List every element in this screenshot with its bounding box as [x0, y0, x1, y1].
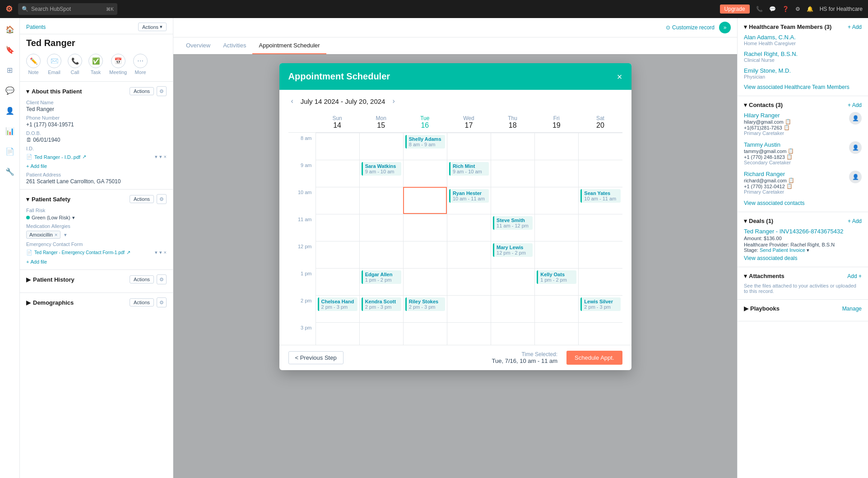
add-emergency-file-button[interactable]: + Add file — [26, 259, 47, 265]
demographics-settings-icon[interactable]: ⚙ — [157, 297, 167, 307]
allergy-remove-icon[interactable]: × — [55, 232, 57, 237]
cal-cell-wed-9am[interactable]: Rich Mint 9 am - 10 am — [447, 160, 491, 187]
cal-cell-tue-1pm[interactable] — [403, 268, 447, 295]
about-actions-button[interactable]: Actions — [130, 87, 154, 95]
add-file-button[interactable]: + Add file — [26, 163, 47, 169]
history-settings-icon[interactable]: ⚙ — [157, 274, 167, 284]
meeting-action[interactable]: 📅 Meeting — [109, 54, 127, 75]
cal-cell-tue-8am[interactable]: Shelly Adams 8 am - 9 am — [403, 133, 447, 160]
deals-add-button[interactable]: + Add — [848, 218, 862, 224]
cal-cell-fri-11am[interactable] — [534, 214, 578, 241]
cal-cell-thu-1pm[interactable] — [491, 268, 534, 295]
healthcare-team-add-button[interactable]: + Add — [848, 24, 862, 30]
history-actions-button[interactable]: Actions — [130, 275, 154, 283]
event-rich-mint[interactable]: Rich Mint 9 am - 10 am — [449, 162, 489, 176]
file-close-icon[interactable]: × — [164, 154, 167, 160]
event-ryan-hester[interactable]: Ryan Hester 10 am - 11 am — [449, 189, 489, 203]
safety-actions-button[interactable]: Actions — [130, 195, 154, 203]
cal-cell-fri-8am[interactable] — [534, 133, 578, 160]
cal-cell-mon-10am[interactable] — [359, 187, 403, 214]
event-shelly-adams[interactable]: Shelly Adams 8 am - 9 am — [405, 135, 445, 149]
note-action[interactable]: ✏️ Note — [26, 54, 41, 75]
prev-step-button[interactable]: < Previous Step — [288, 351, 343, 364]
cal-cell-tue-10am[interactable] — [403, 187, 447, 214]
cal-cell-fri-10am[interactable] — [534, 187, 578, 214]
tab-activities[interactable]: Activities — [217, 37, 252, 54]
cal-cell-sat-3pm[interactable] — [578, 322, 622, 345]
cal-cell-tue-9am[interactable] — [403, 160, 447, 187]
notifications-icon[interactable]: 🔔 — [807, 6, 813, 12]
event-riley-stokes[interactable]: Riley Stokes 2 pm - 3 pm — [405, 297, 445, 311]
cal-cell-sun-1pm[interactable] — [316, 268, 359, 295]
event-sean-yates[interactable]: Sean Yates 10 am - 11 am — [580, 189, 620, 203]
doc-icon[interactable]: 📄 — [4, 145, 16, 158]
cal-next-button[interactable]: › — [390, 96, 397, 106]
cal-cell-sat-9am[interactable] — [578, 160, 622, 187]
cal-cell-fri-2pm[interactable] — [534, 295, 578, 322]
cal-cell-tue-11am[interactable] — [403, 214, 447, 241]
event-steve-smith[interactable]: Steve Smith 11 am - 12 pm — [493, 216, 533, 230]
cal-cell-thu-2pm[interactable] — [491, 295, 534, 322]
call-action[interactable]: 📞 Call — [68, 54, 82, 75]
cal-cell-sun-3pm[interactable] — [316, 322, 359, 345]
cal-cell-wed-10am[interactable]: Ryan Hester 10 am - 11 am — [447, 187, 491, 214]
cal-cell-sun-8am[interactable] — [316, 133, 359, 160]
task-action[interactable]: ✅ Task — [88, 54, 103, 75]
cal-cell-wed-8am[interactable] — [447, 133, 491, 160]
help-icon[interactable]: ❓ — [782, 6, 789, 12]
tab-appointment-scheduler[interactable]: Appointment Scheduler — [252, 37, 326, 54]
cal-cell-wed-3pm[interactable] — [447, 322, 491, 345]
event-lewis-silver[interactable]: Lewis Silver 2 pm - 3 pm — [580, 297, 620, 311]
view-contacts-link[interactable]: View associated contacts — [744, 200, 862, 206]
file-expand-icon[interactable]: ▾ — [155, 154, 158, 160]
patient-history-title[interactable]: ▶ Patient History — [26, 276, 74, 283]
cal-cell-thu-11am[interactable]: Steve Smith 11 am - 12 pm — [491, 214, 534, 241]
settings-icon[interactable]: ⚙ — [795, 6, 800, 12]
cal-cell-sun-2pm[interactable]: Chelsea Hand 2 pm - 3 pm — [316, 295, 359, 322]
allergy-dropdown-icon[interactable]: ▾ — [64, 232, 67, 237]
cal-cell-thu-10am[interactable] — [491, 187, 534, 214]
cal-cell-wed-2pm[interactable] — [447, 295, 491, 322]
safety-settings-icon[interactable]: ⚙ — [157, 194, 167, 204]
demographics-actions-button[interactable]: Actions — [130, 298, 154, 306]
emerg-close-icon[interactable]: × — [164, 250, 167, 255]
event-kendra-scott[interactable]: Kendra Scott 2 pm - 3 pm — [362, 297, 401, 311]
cal-cell-fri-1pm[interactable]: Kelly Oats 1 pm - 2 pm — [534, 268, 578, 295]
event-kelly-oats[interactable]: Kelly Oats 1 pm - 2 pm — [537, 270, 576, 284]
chart-icon[interactable]: 📊 — [4, 125, 16, 137]
cal-cell-mon-11am[interactable] — [359, 214, 403, 241]
playbooks-manage-button[interactable]: Manage — [842, 306, 862, 312]
bookmark-icon[interactable]: 🔖 — [4, 44, 16, 56]
event-chelsea-hand[interactable]: Chelsea Hand 2 pm - 3 pm — [318, 297, 357, 311]
cal-cell-sat-2pm[interactable]: Lewis Silver 2 pm - 3 pm — [578, 295, 622, 322]
file-more-icon[interactable]: ▾ — [159, 154, 162, 160]
cal-cell-tue-12pm[interactable] — [403, 241, 447, 268]
view-deals-link[interactable]: View associated deals — [744, 255, 862, 261]
customize-record-button[interactable]: ⊙ Customize record — [666, 24, 715, 31]
search-bar[interactable]: 🔍 Search HubSpot ⌘K — [18, 3, 117, 15]
attachments-add-button[interactable]: Add + — [847, 273, 862, 279]
modal-close-button[interactable]: × — [617, 72, 622, 81]
event-edgar-allen[interactable]: Edgar Allen 1 pm - 2 pm — [362, 270, 401, 284]
cal-cell-wed-12pm[interactable] — [447, 241, 491, 268]
cal-cell-mon-12pm[interactable] — [359, 241, 403, 268]
upgrade-button[interactable]: Upgrade — [720, 5, 750, 14]
schedule-appt-button[interactable]: Schedule Appt. — [566, 351, 622, 365]
cal-cell-fri-9am[interactable] — [534, 160, 578, 187]
contacts-add-button[interactable]: + Add — [848, 102, 862, 108]
chat-icon[interactable]: 💬 — [4, 84, 16, 97]
more-action[interactable]: ⋯ More — [133, 54, 148, 75]
cal-cell-sat-10am[interactable]: Sean Yates 10 am - 11 am — [578, 187, 622, 214]
cal-cell-mon-3pm[interactable] — [359, 322, 403, 345]
header-actions-button[interactable]: Actions ▾ — [138, 23, 167, 31]
collapse-sidebar-button[interactable]: » — [719, 22, 731, 33]
cal-cell-sun-12pm[interactable] — [316, 241, 359, 268]
cal-cell-thu-8am[interactable] — [491, 133, 534, 160]
cal-cell-sun-11am[interactable] — [316, 214, 359, 241]
tab-overview[interactable]: Overview — [180, 37, 217, 54]
event-sara-watkins[interactable]: Sara Watkins 9 am - 10 am — [362, 162, 401, 176]
cal-cell-mon-1pm[interactable]: Edgar Allen 1 pm - 2 pm — [359, 268, 403, 295]
emerg-more-icon[interactable]: ▾ — [159, 250, 162, 255]
contacts-icon[interactable]: 👤 — [4, 105, 16, 117]
cal-cell-fri-3pm[interactable] — [534, 322, 578, 345]
